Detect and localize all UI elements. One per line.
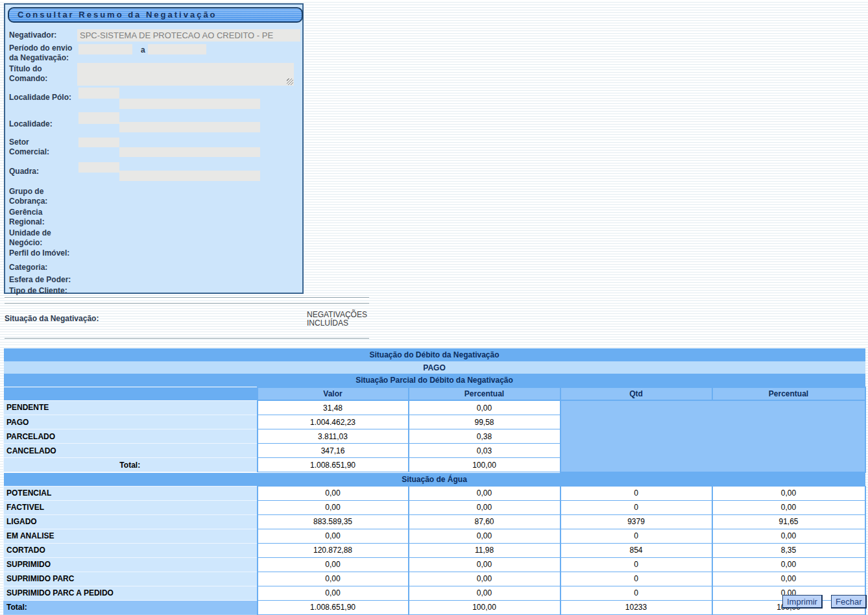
qtd-cell: 0	[561, 500, 712, 514]
empty-header-cell	[4, 387, 258, 400]
percentual-cell: 99,58	[409, 415, 561, 429]
row-label: POTENCIAL	[4, 486, 258, 500]
valor-cell: 883.589,35	[258, 514, 409, 529]
qtd-cell: 0	[561, 529, 712, 543]
valor-cell: 1.008.651,90	[258, 458, 409, 472]
consulta-panel: Consultar Resumo da Negativação Negativa…	[4, 3, 304, 294]
col-header-valor: Valor	[258, 387, 409, 400]
col-header-percentual: Percentual	[409, 387, 561, 400]
row-label: SUPRIMIDO PARC A PEDIDO	[4, 586, 258, 600]
situacao-negativacao-value: NEGATIVAÇÕES INCLUÍDAS	[307, 311, 378, 328]
table-row: SUPRIMIDO PARC0,000,0000,00	[4, 572, 865, 586]
periodo-separator: a	[141, 45, 145, 54]
qtd-cell: 0	[561, 586, 712, 600]
resize-handle-icon[interactable]	[287, 78, 293, 85]
col-header-qtd: Qtd	[561, 387, 712, 400]
valor-cell: 0,00	[258, 572, 409, 586]
setor-comercial-descricao-input[interactable]	[119, 147, 260, 157]
localidade-polo-label: Localidade Pólo:	[9, 93, 71, 102]
quadra-label: Quadra:	[9, 167, 39, 176]
titulo-comando-label: Título do Comando:	[9, 64, 61, 84]
percentual-cell: 0,38	[409, 429, 561, 444]
localidade-codigo-input[interactable]	[78, 112, 119, 124]
resumo-table: Situação do Débito da Negativação PAGO S…	[3, 348, 866, 615]
column-header-row: Valor Percentual Qtd Percentual	[4, 387, 865, 400]
valor-cell: 0,00	[258, 500, 409, 514]
row-label: PARCELADO	[4, 429, 258, 444]
imprimir-button[interactable]: Imprimir	[782, 595, 823, 609]
esfera-poder-label: Esfera de Poder:	[9, 275, 100, 285]
setor-comercial-codigo-input[interactable]	[78, 138, 119, 147]
row-label: CANCELADO	[4, 444, 258, 458]
valor-cell: 0,00	[258, 557, 409, 572]
row-label: EM ANALISE	[4, 529, 258, 543]
percentual-cell: 0,00	[409, 486, 561, 500]
row-label: SUPRIMIDO	[4, 557, 258, 572]
percentual-cell: 100,00	[409, 600, 561, 614]
tipo-cliente-label: Tipo de Cliente:	[9, 286, 100, 296]
percentual-cell: 0,00	[409, 529, 561, 543]
qtd-cell: 0	[561, 557, 712, 572]
empty-qtd-area	[561, 400, 865, 472]
table-title-row: Situação do Débito da Negativação	[4, 348, 865, 361]
row-label: PENDENTE	[4, 400, 258, 415]
valor-cell: 31,48	[258, 400, 409, 415]
periodo-label: Período do envio da Negativação:	[9, 43, 75, 63]
qtd-percentual-cell: 0,00	[712, 557, 865, 572]
valor-cell: 120.872,88	[258, 543, 409, 557]
panel-title: Consultar Resumo da Negativação	[8, 7, 303, 23]
perfil-imovel-label: Perfil do Imóvel:	[9, 248, 100, 258]
table-subtitle-row: PAGO	[4, 361, 865, 374]
percentual-cell: 0,00	[409, 400, 561, 415]
fechar-button[interactable]: Fechar	[831, 595, 867, 609]
titulo-comando-textarea[interactable]	[77, 63, 294, 86]
quadra-descricao-input[interactable]	[119, 171, 260, 181]
periodo-fim-input[interactable]	[148, 44, 206, 54]
valor-cell: 0,00	[258, 586, 409, 600]
qtd-cell: 9379	[561, 514, 712, 529]
table-row: CORTADO120.872,8811,988548,35	[4, 543, 865, 557]
localidade-polo-codigo-input[interactable]	[78, 88, 119, 99]
valor-cell: 1.008.651,90	[258, 600, 409, 614]
qtd-percentual-cell: 91,65	[712, 514, 865, 529]
valor-cell: 3.811,03	[258, 429, 409, 444]
percentual-cell: 11,98	[409, 543, 561, 557]
table-row: SUPRIMIDO PARC A PEDIDO0,000,0000,00	[4, 586, 865, 600]
table-row: FACTIVEL0,000,0000,00	[4, 500, 865, 514]
divider-line	[5, 297, 369, 298]
setor-comercial-label: Setor Comercial:	[9, 138, 61, 157]
unidade-negocio-label: Unidade de Negócio:	[9, 228, 67, 248]
agua-total-row: Total:1.008.651,90100,0010233100,00	[4, 600, 865, 614]
gerencia-regional-label: Gerência Regional:	[9, 208, 67, 227]
localidade-polo-descricao-input[interactable]	[119, 99, 260, 109]
agua-title-row: Situação de Água	[4, 472, 865, 487]
table-subtitle: PAGO	[4, 361, 865, 374]
agua-rows: POTENCIAL0,000,0000,00FACTIVEL0,000,0000…	[4, 486, 865, 614]
qtd-percentual-cell: 0,00	[712, 486, 865, 500]
valor-cell: 0,00	[258, 486, 409, 500]
col-header-percentual2: Percentual	[712, 387, 865, 400]
qtd-percentual-cell: 0,00	[712, 529, 865, 543]
negativador-input[interactable]	[77, 29, 300, 42]
qtd-percentual-cell: 0,00	[712, 500, 865, 514]
qtd-cell: 0	[561, 486, 712, 500]
periodo-inicio-input[interactable]	[78, 44, 132, 54]
percentual-cell: 0,03	[409, 444, 561, 458]
percentual-cell: 0,00	[409, 557, 561, 572]
valor-cell: 347,16	[258, 444, 409, 458]
qtd-percentual-cell: 8,35	[712, 543, 865, 557]
categoria-label: Categoria:	[9, 263, 100, 272]
situacao-negativacao-label: Situação da Negativação:	[5, 314, 99, 323]
table-row: SUPRIMIDO0,000,0000,00	[4, 557, 865, 572]
table-title: Situação do Débito da Negativação	[4, 348, 865, 361]
quadra-codigo-input[interactable]	[78, 162, 119, 173]
row-label: SUPRIMIDO PARC	[4, 572, 258, 586]
qtd-cell: 10233	[561, 600, 712, 614]
localidade-descricao-input[interactable]	[119, 122, 260, 132]
percentual-cell: 100,00	[409, 458, 561, 472]
percentual-cell: 0,00	[409, 586, 561, 600]
percentual-cell: 87,60	[409, 514, 561, 529]
agua-title: Situação de Água	[4, 472, 865, 487]
total-label: Total:	[4, 458, 258, 472]
divider-line	[5, 303, 369, 304]
